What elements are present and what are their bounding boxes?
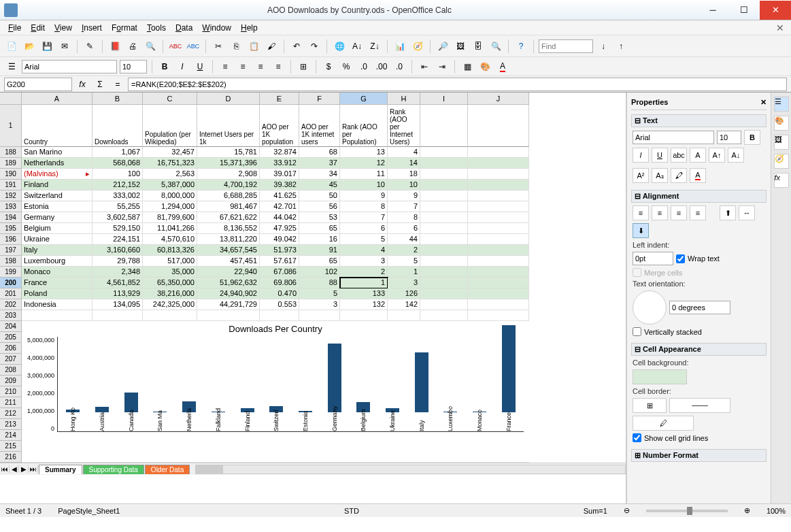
formula-input[interactable] (128, 78, 787, 91)
alignment-section-header[interactable]: ⊟ Alignment (631, 190, 767, 203)
align-right-icon[interactable]: ≡ (253, 59, 268, 74)
cell[interactable]: 34 (299, 169, 340, 180)
panel-valign-mid-icon[interactable]: ↔ (739, 205, 755, 220)
row-header[interactable]: 215 (0, 441, 22, 452)
menu-tools[interactable]: Tools (143, 22, 170, 34)
cell[interactable]: 142 (388, 299, 420, 310)
cell[interactable]: 15,781 (197, 147, 260, 158)
gridlines-checkbox[interactable]: Show cell grid lines (633, 433, 708, 442)
cell[interactable]: 53 (299, 212, 340, 223)
cell[interactable]: 50 (299, 190, 340, 201)
row-header[interactable]: 209 (0, 376, 22, 386)
cell[interactable]: 133 (340, 288, 388, 299)
cell[interactable]: 126 (388, 288, 420, 299)
cell[interactable] (388, 310, 420, 321)
cell[interactable]: Monaco (22, 267, 92, 278)
paste-icon[interactable]: 📋 (246, 39, 261, 54)
cell[interactable]: 44.042 (260, 212, 299, 223)
cell[interactable]: 4,700,192 (197, 180, 260, 190)
col-header[interactable]: H (388, 93, 420, 105)
row-header[interactable]: 208 (0, 365, 22, 376)
row-header[interactable]: 200 (0, 278, 22, 288)
cell[interactable]: 11,041,266 (143, 223, 197, 234)
cell[interactable]: 60,813,326 (143, 245, 197, 256)
cell[interactable]: 33.912 (260, 158, 299, 169)
tab-last-icon[interactable]: ⏭ (29, 465, 38, 473)
panel-align-left-icon[interactable]: ≡ (633, 205, 649, 220)
cell[interactable]: 2 (340, 267, 388, 278)
row-header[interactable]: 210 (0, 386, 22, 397)
cut-icon[interactable]: ✂ (211, 39, 226, 54)
cell[interactable]: 81,799,600 (143, 212, 197, 223)
cell[interactable] (420, 180, 468, 190)
cell[interactable]: 9 (340, 190, 388, 201)
menu-edit[interactable]: Edit (27, 22, 49, 34)
cell[interactable] (143, 310, 197, 321)
col-header[interactable]: D (197, 93, 260, 105)
panel-align-justify-icon[interactable]: ≡ (690, 205, 706, 220)
row-header[interactable]: 211 (0, 397, 22, 408)
cell[interactable] (92, 310, 143, 321)
font-size-combo[interactable] (120, 60, 147, 73)
row-header[interactable]: 214 (0, 430, 22, 441)
datasource-icon[interactable]: 🗄 (471, 39, 486, 54)
number-icon[interactable]: .0 (356, 59, 371, 74)
sidebar-styles-icon[interactable]: 🎨 (774, 116, 789, 131)
cell[interactable]: 568,068 (92, 158, 143, 169)
cell[interactable]: 132 (340, 299, 388, 310)
cell[interactable]: 224,151 (92, 234, 143, 245)
borders-icon[interactable]: ▦ (460, 59, 475, 74)
orientation-dial[interactable] (633, 290, 667, 325)
panel-highlight-icon[interactable]: 🖍 (671, 168, 687, 183)
cell[interactable]: 57.617 (260, 256, 299, 267)
cell[interactable]: 10 (340, 180, 388, 190)
cell[interactable]: 51.973 (260, 245, 299, 256)
cell[interactable]: 5 (388, 256, 420, 267)
cell[interactable]: 4 (388, 147, 420, 158)
row-header[interactable]: 203 (0, 310, 22, 321)
sidebar-gallery-icon[interactable]: 🖼 (774, 135, 789, 150)
cell[interactable]: 2,908 (197, 169, 260, 180)
cell[interactable]: Switzerland (22, 190, 92, 201)
cell[interactable]: 4 (340, 245, 388, 256)
row-header[interactable]: 204 (0, 321, 22, 332)
menu-insert[interactable]: Insert (78, 22, 106, 34)
cell[interactable]: 8,136,552 (197, 223, 260, 234)
cell[interactable] (468, 256, 529, 267)
cell[interactable]: 6 (388, 223, 420, 234)
percent-icon[interactable]: % (339, 59, 354, 74)
vstack-checkbox[interactable]: Vertically stacked (633, 327, 702, 336)
border-color-combo[interactable]: 🖊 (633, 416, 694, 431)
cell[interactable] (468, 190, 529, 201)
cell[interactable]: 15,371,396 (197, 158, 260, 169)
merge-icon[interactable]: ⊞ (296, 59, 311, 74)
cell[interactable]: 8 (388, 212, 420, 223)
row-header[interactable]: 194 (0, 212, 22, 223)
find-prev-icon[interactable]: ↑ (613, 39, 628, 54)
menu-format[interactable]: Format (107, 22, 141, 34)
cell[interactable] (468, 223, 529, 234)
cell[interactable]: 3 (340, 256, 388, 267)
bold-icon[interactable]: B (157, 59, 172, 74)
cell[interactable]: 32.874 (260, 147, 299, 158)
email-icon[interactable]: ✉ (57, 39, 72, 54)
row-header[interactable]: 198 (0, 256, 22, 267)
col-header[interactable]: E (260, 93, 299, 105)
cell[interactable]: 24,940,902 (197, 288, 260, 299)
name-box[interactable] (4, 78, 72, 91)
cell[interactable]: 55,255 (92, 201, 143, 212)
sort-desc-icon[interactable]: Z↓ (367, 39, 382, 54)
tab-next-icon[interactable]: ▶ (19, 465, 29, 473)
cell[interactable]: 1 (340, 278, 388, 288)
underline-icon[interactable]: U (192, 59, 207, 74)
panel-align-center-icon[interactable]: ≡ (652, 205, 668, 220)
panel-valign-bot-icon[interactable]: ⬇ (633, 223, 649, 238)
wrap-checkbox[interactable]: Wrap text (676, 254, 720, 263)
find-next-icon[interactable]: ↓ (596, 39, 611, 54)
save-icon[interactable]: 💾 (39, 39, 54, 54)
cell[interactable]: (Malvinas) ▸ (22, 169, 92, 180)
row-header[interactable]: 199 (0, 267, 22, 278)
cell[interactable]: 3 (388, 278, 420, 288)
cell[interactable] (420, 310, 468, 321)
horizontal-scrollbar[interactable] (195, 465, 626, 474)
